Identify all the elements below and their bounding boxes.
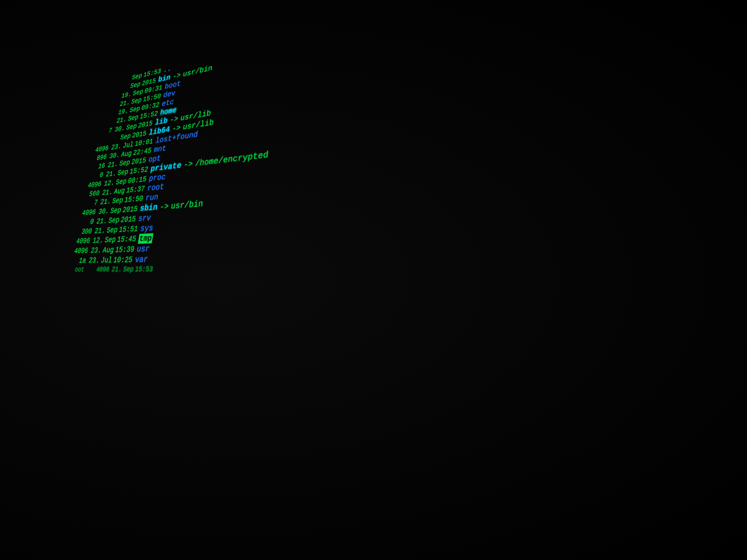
terminal-window: Sep 15:53 .. Sep 2015 bin -> usr/bin 19.… (0, 0, 747, 560)
terminal-content: Sep 15:53 .. Sep 2015 bin -> usr/bin 19.… (56, 0, 747, 300)
